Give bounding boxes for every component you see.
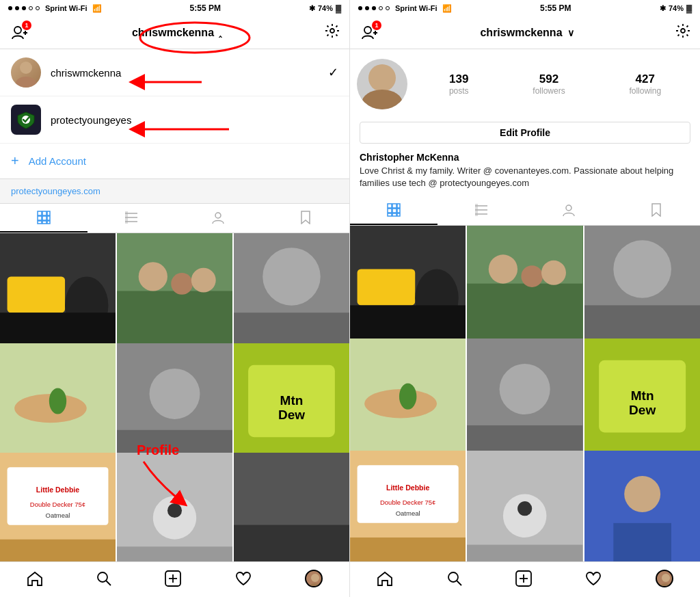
svg-point-96: [613, 241, 671, 299]
add-account-label[interactable]: Add Account: [29, 155, 86, 167]
signal-dot-empty-r: [386, 6, 390, 10]
shield-icon-wrap: [11, 105, 41, 135]
home-button-left[interactable]: [18, 568, 51, 589]
photo-cell-6[interactable]: Mtn Dew: [234, 343, 349, 459]
svg-rect-87: [358, 269, 416, 306]
svg-point-102: [500, 364, 550, 414]
username-nav-left[interactable]: chriswmckenna ‸: [132, 27, 221, 39]
photo-cell-r9[interactable]: [584, 451, 700, 561]
notification-badge-right: 1: [372, 21, 381, 30]
stat-posts[interactable]: 139 posts: [449, 72, 469, 96]
svg-rect-76: [388, 213, 392, 216]
svg-point-63: [308, 583, 323, 587]
svg-rect-13: [38, 221, 42, 224]
settings-button-right[interactable]: [675, 23, 690, 42]
stat-followers[interactable]: 592 followers: [533, 72, 565, 96]
search-button-right[interactable]: [439, 568, 470, 589]
photo-cell-r8[interactable]: [467, 451, 582, 561]
svg-text:Mtn: Mtn: [630, 388, 654, 403]
svg-point-22: [215, 213, 221, 218]
edit-profile-button[interactable]: Edit Profile: [360, 122, 690, 144]
stat-following[interactable]: 427 following: [629, 72, 661, 96]
svg-rect-14: [42, 221, 46, 224]
svg-rect-56: [234, 525, 349, 561]
add-person-button-right[interactable]: 1: [360, 23, 379, 42]
account-name-protectyoungeyes: protectyoungeyes: [51, 114, 338, 126]
photo-cell-r7[interactable]: Little Debbie Double Decker 75¢ Oatmeal: [350, 451, 466, 561]
photo-cell-r3[interactable]: [584, 226, 700, 341]
photo-cell-r6[interactable]: Mtn Dew: [584, 339, 700, 454]
photo-cell-2[interactable]: [117, 233, 232, 349]
svg-rect-19: [125, 211, 128, 215]
battery-label: 74%: [318, 4, 333, 12]
photo-grid-left: Mtn Dew Little Debbie Double Decker 75¢ …: [0, 233, 349, 561]
svg-point-33: [262, 248, 321, 306]
svg-point-5: [16, 77, 36, 88]
photo-cell-r1[interactable]: [350, 226, 466, 341]
top-nav-right: 1 chriswmckenna ∨: [350, 16, 700, 49]
tab-list-left[interactable]: [88, 204, 175, 233]
bio-section: Christopher McKenna Love Christ & my fam…: [350, 149, 700, 196]
profile-button-right[interactable]: [647, 567, 682, 590]
svg-rect-74: [392, 209, 396, 213]
photo-cell-r5[interactable]: [467, 339, 582, 454]
svg-rect-120: [613, 523, 671, 561]
svg-point-39: [150, 369, 200, 419]
photo-cell-8[interactable]: [117, 453, 232, 561]
svg-point-127: [658, 583, 673, 587]
photo-cell-9[interactable]: [234, 453, 349, 561]
home-button-right[interactable]: [368, 568, 401, 589]
svg-point-68: [368, 64, 396, 92]
add-person-button[interactable]: 1: [10, 23, 29, 42]
photo-cell-r2[interactable]: [467, 226, 582, 341]
svg-point-85: [566, 205, 571, 211]
svg-rect-21: [125, 220, 128, 224]
svg-line-58: [106, 581, 111, 585]
stats-container: 139 posts 592 followers 427 following: [417, 72, 693, 96]
tab-person-right[interactable]: [525, 196, 612, 225]
search-button-left[interactable]: [88, 568, 120, 589]
photo-cell-r4[interactable]: [350, 339, 466, 454]
svg-point-57: [98, 572, 107, 582]
account-row-chriswmckenna[interactable]: chriswmckenna ✓: [0, 49, 349, 96]
add-account-row[interactable]: + Add Account: [0, 144, 349, 178]
photo-cell-1[interactable]: [0, 233, 116, 349]
svg-point-29: [139, 262, 167, 291]
status-bar-left: Sprint Wi-Fi 📶 5:55 PM ✱ 74% ▓: [0, 0, 349, 16]
activity-button-left[interactable]: [227, 568, 260, 589]
svg-rect-78: [397, 213, 400, 216]
svg-point-126: [662, 574, 670, 582]
status-right: ✱ 74% ▓: [309, 4, 341, 13]
photo-cell-4[interactable]: [0, 343, 116, 459]
svg-rect-91: [467, 284, 582, 342]
tab-bookmark-right[interactable]: [612, 196, 700, 225]
profile-avatar-large: [357, 59, 407, 109]
signal-dot-r: [365, 6, 369, 10]
svg-rect-20: [125, 215, 128, 220]
svg-point-100: [399, 383, 416, 409]
activity-button-right[interactable]: [577, 568, 610, 589]
profile-button-left[interactable]: [297, 567, 331, 590]
svg-point-119: [624, 476, 660, 512]
settings-button[interactable]: [325, 23, 340, 42]
photo-cell-7[interactable]: Little Debbie Double Decker 75¢ Oatmeal: [0, 453, 116, 561]
photo-cell-3[interactable]: [234, 233, 349, 349]
tab-bookmark-left[interactable]: [262, 204, 349, 233]
add-post-button-right[interactable]: [507, 568, 540, 589]
photo-grid-right: Mtn Dew Little Debbie Double Decker 75¢ …: [350, 226, 700, 561]
signal-dot-r: [358, 6, 362, 10]
svg-rect-84: [475, 212, 478, 216]
signal-dot-empty-r: [379, 6, 383, 10]
username-nav-right[interactable]: chriswmckenna ∨: [480, 27, 574, 39]
tab-grid-left[interactable]: [0, 204, 88, 233]
photo-cell-5[interactable]: [117, 343, 232, 459]
tab-list-right[interactable]: [438, 196, 525, 225]
following-label: following: [629, 86, 661, 96]
tab-grid-right[interactable]: [350, 196, 438, 225]
signal-dot-empty: [36, 6, 40, 10]
svg-point-53: [167, 503, 182, 518]
tab-person-left[interactable]: [175, 204, 262, 233]
add-post-button-left[interactable]: [157, 568, 189, 589]
website-row: protectyoungeyes.com: [0, 179, 349, 204]
account-row-protectyoungeyes[interactable]: protectyoungeyes: [0, 96, 349, 144]
